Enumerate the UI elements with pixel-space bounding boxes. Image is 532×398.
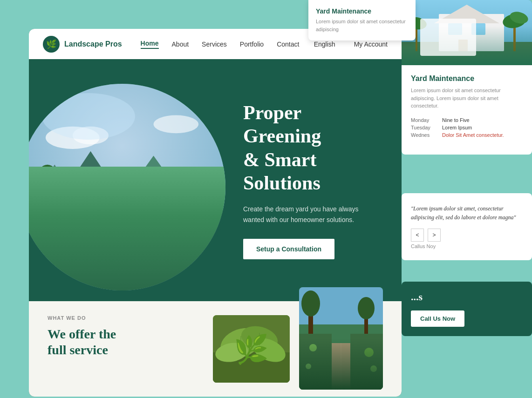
- svg-point-15: [46, 127, 100, 149]
- leaf-icon: 🌿: [46, 39, 56, 49]
- svg-rect-34: [299, 334, 332, 390]
- day-tuesday: Tuesday: [411, 125, 437, 130]
- testimonial-panel: "Lorem ipsum dolor sit amet, consectetur…: [402, 193, 532, 260]
- nav-portfolio[interactable]: Portfolio: [240, 40, 264, 48]
- svg-rect-41: [402, 42, 532, 65]
- prev-testimonial-button[interactable]: <: [411, 229, 424, 242]
- plant-image: [213, 315, 290, 383]
- svg-rect-47: [513, 23, 516, 51]
- time-wednesday: Dolor Sit Amet consectetur.: [442, 132, 504, 138]
- svg-rect-10: [180, 187, 184, 219]
- svg-point-17: [154, 115, 199, 134]
- service-panel: Yard Maintenance Lorem ipsum dolor sit a…: [402, 0, 532, 196]
- section-label: WHAT WE DO: [48, 315, 204, 321]
- title-line2: full service: [48, 343, 108, 357]
- language-selector[interactable]: English: [314, 40, 335, 48]
- logo-area: 🌿 Landscape Pros: [43, 36, 122, 53]
- schedule-monday: Monday Nine to Five: [411, 117, 523, 123]
- svg-marker-4: [176, 174, 225, 219]
- day-wednesday: Wednes: [411, 132, 437, 138]
- cta-consultation-button[interactable]: Setup a Consultation: [243, 239, 334, 259]
- cta-banner: ...s Call Us Now: [402, 282, 532, 336]
- svg-rect-14: [55, 219, 190, 228]
- bottom-section: WHAT WE DO We offer the full service: [29, 301, 402, 397]
- svg-point-9: [36, 165, 59, 196]
- svg-point-16: [73, 127, 109, 145]
- svg-marker-32: [322, 343, 360, 390]
- plant-svg: [213, 315, 290, 383]
- call-now-button[interactable]: Call Us Now: [411, 310, 464, 327]
- testimonial-quote: "Lorem ipsum dolor sit amet, consectetur…: [411, 204, 523, 222]
- day-monday: Monday: [411, 117, 437, 123]
- svg-rect-35: [350, 334, 383, 390]
- svg-point-11: [172, 171, 192, 198]
- hero-subtitle: Create the dream yard you have always wa…: [243, 204, 374, 225]
- hero-image-circle: [29, 80, 229, 294]
- logo-icon: 🌿: [43, 36, 60, 53]
- title-line1: We offer the: [48, 327, 116, 341]
- main-card: 🌿 Landscape Pros Home About Services Por…: [29, 29, 402, 397]
- reviewer-name: Callus Noy: [411, 243, 523, 249]
- svg-point-29: [301, 290, 320, 317]
- service-card-body: Yard Maintenance Lorem ipsum dolor sit a…: [402, 65, 532, 155]
- svg-point-31: [358, 297, 375, 319]
- svg-rect-45: [471, 23, 485, 35]
- svg-rect-44: [448, 23, 462, 35]
- cta-banner-text: ...s: [411, 291, 523, 303]
- svg-rect-8: [46, 182, 49, 218]
- svg-marker-1: [29, 165, 90, 219]
- hero-title: Proper Greening & Smart Solutions: [243, 101, 378, 195]
- service-dropdown: Yard Maintenance Lorem ipsum dolor sit a…: [308, 0, 416, 40]
- hero-garden-image: [29, 84, 225, 290]
- hero-title-line1: Proper Greening: [243, 102, 321, 147]
- nav-services[interactable]: Services: [202, 40, 227, 48]
- next-testimonial-button[interactable]: >: [428, 229, 441, 242]
- garden-path-inner: [299, 287, 383, 390]
- svg-point-38: [306, 364, 311, 369]
- what-we-do: WHAT WE DO We offer the full service: [48, 315, 204, 383]
- svg-rect-6: [29, 209, 225, 290]
- nav-home[interactable]: Home: [141, 40, 159, 49]
- service-img-svg: [402, 0, 532, 65]
- nav-contact[interactable]: Contact: [277, 40, 299, 48]
- time-monday: Nine to Five: [442, 117, 470, 123]
- dropdown-desc: Lorem ipsum dolor sit amet consectetur a…: [316, 18, 408, 33]
- section-title: We offer the full service: [48, 326, 204, 358]
- schedule-wednesday: Wednes Dolor Sit Amet consectetur.: [411, 132, 523, 138]
- service-card-desc: Lorem ipsum dolor sit amet consectetur a…: [411, 87, 523, 110]
- plant-image-inner: [213, 315, 290, 383]
- nav-links: Home About Services Portfolio Contact: [141, 40, 314, 49]
- dropdown-title: Yard Maintenance: [316, 7, 408, 15]
- service-schedule: Monday Nine to Five Tuesday Lorem Ipsum …: [411, 117, 523, 138]
- service-card-title: Yard Maintenance: [411, 74, 523, 83]
- cta-text-ellipsis: ...s: [411, 291, 423, 303]
- nav-about[interactable]: About: [172, 40, 189, 48]
- svg-rect-0: [29, 84, 225, 290]
- svg-point-37: [364, 348, 374, 357]
- svg-point-5: [41, 187, 203, 214]
- svg-point-39: [370, 365, 377, 372]
- time-tuesday: Lorem Ipsum: [442, 125, 472, 130]
- hero-section: Proper Greening & Smart Solutions Create…: [29, 59, 402, 301]
- nav-right: English My Account: [314, 40, 388, 48]
- svg-rect-46: [458, 40, 468, 51]
- service-image: [402, 0, 532, 65]
- my-account-link[interactable]: My Account: [354, 40, 388, 48]
- svg-point-13: [84, 178, 100, 201]
- garden-path-image: [299, 287, 383, 390]
- svg-point-36: [309, 344, 317, 351]
- garden-svg: [29, 84, 225, 290]
- schedule-tuesday: Tuesday Lorem Ipsum: [411, 125, 523, 130]
- testimonial-navigation: < >: [411, 229, 523, 242]
- svg-point-7: [68, 245, 176, 263]
- hero-title-line2: & Smart Solutions: [243, 149, 321, 194]
- garden-path-svg: [299, 287, 383, 390]
- brand-name: Landscape Pros: [64, 40, 122, 48]
- svg-rect-50: [416, 26, 417, 51]
- svg-rect-42: [439, 14, 504, 51]
- hero-content: Proper Greening & Smart Solutions Create…: [243, 101, 378, 259]
- svg-rect-12: [90, 192, 93, 219]
